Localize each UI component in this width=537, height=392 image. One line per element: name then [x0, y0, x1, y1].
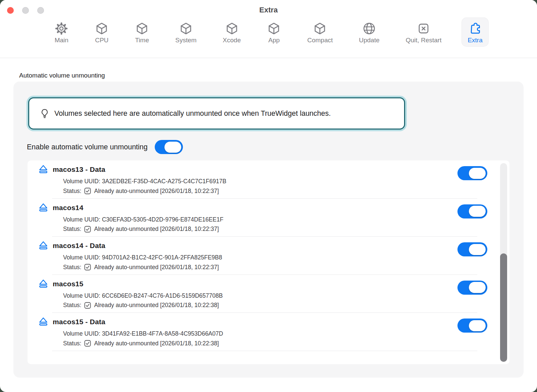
- x-square-icon: [417, 21, 431, 36]
- eject-icon: [39, 241, 48, 251]
- status-label: Status:: [63, 188, 81, 195]
- titlebar-toolbar: Extra Main CPU Time System Xcode App Com…: [0, 0, 537, 58]
- volume-status: Status: Already auto-unmounted [2026/01/…: [63, 187, 509, 195]
- status-label: Status:: [63, 302, 81, 309]
- tab-label: Update: [359, 37, 379, 44]
- volume-toggle[interactable]: [457, 204, 487, 218]
- check-square-icon: [84, 264, 91, 271]
- tab-label: Main: [55, 37, 68, 44]
- cube-icon: [267, 21, 281, 36]
- volume-row: macos15 - Data Volume UUID: 3D41FA92-E1B…: [28, 313, 509, 351]
- volume-uuid: Volume UUID: 3A2EDB2E-F35D-4CAC-A275-C4C…: [63, 178, 509, 185]
- volume-row: macos14 Volume UUID: C30EFA3D-5305-4D2D-…: [28, 199, 509, 237]
- tab-system[interactable]: System: [169, 18, 202, 46]
- info-box: Volumes selected here are automatically …: [28, 97, 405, 130]
- tab-label: Time: [135, 37, 149, 44]
- volume-toggle[interactable]: [457, 318, 487, 333]
- volume-name: macos15: [53, 280, 83, 288]
- tab-quit-restart[interactable]: Quit, Restart: [400, 18, 447, 46]
- tab-label: Quit, Restart: [406, 37, 442, 44]
- tab-label: Compact: [307, 37, 333, 44]
- eject-icon: [39, 203, 48, 213]
- check-square-icon: [84, 188, 91, 194]
- volume-uuid: Volume UUID: C30EFA3D-5305-4D2D-9796-E87…: [63, 216, 509, 223]
- toggle-knob: [469, 320, 486, 331]
- tab-update[interactable]: Update: [353, 18, 385, 46]
- toolbar: Main CPU Time System Xcode App Compact U…: [0, 18, 537, 46]
- volume-status: Status: Already auto-unmounted [2026/01/…: [63, 226, 509, 233]
- check-square-icon: [84, 340, 91, 347]
- tab-extra[interactable]: Extra: [462, 18, 488, 46]
- volume-name: macos14: [53, 204, 83, 212]
- tab-app[interactable]: App: [261, 18, 287, 46]
- volume-row: macos15 Volume UUID: 6CC6D6E0-B247-4C76-…: [28, 275, 509, 313]
- tab-cpu[interactable]: CPU: [89, 18, 114, 46]
- puzzle-icon: [468, 21, 482, 36]
- volume-uuid: Volume UUID: 6CC6D6E0-B247-4C76-A1D6-515…: [63, 292, 509, 299]
- toggle-knob: [469, 244, 486, 255]
- volume-name: macos15 - Data: [53, 318, 105, 326]
- volume-status: Status: Already auto-unmounted [2026/01/…: [63, 263, 509, 271]
- toggle-knob: [469, 206, 486, 217]
- status-text: Already auto-unmounted [2026/01/18, 10:2…: [94, 188, 219, 195]
- tab-label: Extra: [468, 37, 482, 44]
- tab-label: Xcode: [223, 37, 241, 44]
- volume-row: macos14 - Data Volume UUID: 94D701A2-B1C…: [28, 237, 509, 275]
- cube-icon: [95, 21, 109, 36]
- tab-label: System: [175, 37, 196, 44]
- cube-icon: [225, 21, 239, 36]
- info-text: Volumes selected here are automatically …: [54, 109, 331, 118]
- tab-label: App: [268, 37, 280, 44]
- eject-icon: [39, 279, 48, 289]
- status-text: Already auto-unmounted [2026/01/18, 10:2…: [94, 226, 219, 233]
- status-text: Already auto-unmounted [2026/01/18, 10:2…: [94, 302, 219, 309]
- check-square-icon: [84, 226, 91, 233]
- status-text: Already auto-unmounted [2026/01/18, 10:2…: [94, 340, 219, 347]
- cube-icon: [179, 21, 193, 36]
- cube-icon: [135, 21, 149, 36]
- volume-status: Status: Already auto-unmounted [2026/01/…: [63, 340, 509, 347]
- enable-row: Enable automatic volume unmounting: [27, 139, 183, 155]
- check-square-icon: [84, 302, 91, 309]
- volume-name: macos14 - Data: [53, 242, 105, 250]
- volume-uuid: Volume UUID: 3D41FA92-E1BB-4F7A-8A58-4C9…: [63, 330, 509, 337]
- gear-icon: [54, 21, 68, 36]
- volume-uuid: Volume UUID: 94D701A2-B1C2-42FC-901A-2FF…: [63, 254, 509, 261]
- tab-time[interactable]: Time: [129, 18, 155, 46]
- toggle-knob: [164, 142, 181, 153]
- tab-main[interactable]: Main: [49, 18, 74, 46]
- volume-row: macos13 - Data Volume UUID: 3A2EDB2E-F35…: [28, 160, 509, 199]
- row-separator: [52, 351, 477, 351]
- tab-label: CPU: [95, 37, 108, 44]
- status-label: Status:: [63, 264, 81, 271]
- status-label: Status:: [63, 340, 81, 347]
- eject-icon: [39, 164, 48, 175]
- app-window: Extra Main CPU Time System Xcode App Com…: [0, 0, 537, 392]
- scrollbar-thumb[interactable]: [500, 253, 507, 362]
- lightbulb-icon: [39, 108, 50, 119]
- volume-toggle[interactable]: [457, 242, 487, 256]
- enable-toggle[interactable]: [155, 140, 183, 154]
- volume-toggle[interactable]: [457, 166, 487, 180]
- section-heading: Automatic volume unmounting: [19, 72, 105, 79]
- volume-list: macos13 - Data Volume UUID: 3A2EDB2E-F35…: [28, 160, 509, 364]
- toggle-knob: [469, 282, 486, 293]
- status-text: Already auto-unmounted [2026/01/18, 10:2…: [94, 264, 219, 271]
- window-title: Extra: [0, 6, 537, 14]
- tab-xcode[interactable]: Xcode: [217, 18, 247, 46]
- tab-compact[interactable]: Compact: [301, 18, 338, 46]
- volume-toggle[interactable]: [457, 281, 487, 295]
- enable-label: Enable automatic volume unmounting: [27, 143, 148, 151]
- status-label: Status:: [63, 226, 81, 233]
- toggle-knob: [469, 168, 486, 179]
- cube-icon: [313, 21, 327, 36]
- eject-icon: [39, 317, 48, 327]
- volume-status: Status: Already auto-unmounted [2026/01/…: [63, 302, 509, 309]
- volume-name: macos13 - Data: [53, 165, 105, 174]
- globe-icon: [362, 21, 376, 36]
